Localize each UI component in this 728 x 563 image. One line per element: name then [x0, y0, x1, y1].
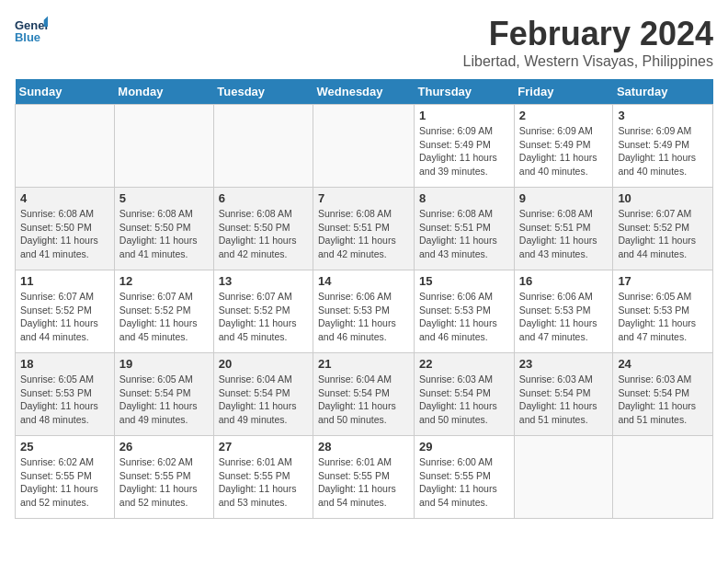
day-number: 15: [419, 274, 509, 288]
day-info: Sunrise: 6:07 AMSunset: 5:52 PMDaylight:…: [618, 207, 708, 261]
day-info: Sunrise: 6:06 AMSunset: 5:53 PMDaylight:…: [519, 290, 609, 344]
day-info: Sunrise: 6:03 AMSunset: 5:54 PMDaylight:…: [618, 373, 708, 427]
calendar-table: SundayMondayTuesdayWednesdayThursdayFrid…: [15, 79, 713, 519]
day-number: 16: [519, 274, 609, 288]
calendar-cell: 10Sunrise: 6:07 AMSunset: 5:52 PMDayligh…: [613, 188, 713, 270]
day-info: Sunrise: 6:09 AMSunset: 5:49 PMDaylight:…: [419, 124, 509, 178]
calendar-cell: 6Sunrise: 6:08 AMSunset: 5:50 PMDaylight…: [213, 188, 313, 270]
day-info: Sunrise: 6:06 AMSunset: 5:53 PMDaylight:…: [318, 290, 409, 344]
day-info: Sunrise: 6:01 AMSunset: 5:55 PMDaylight:…: [318, 455, 409, 510]
calendar-week-row: 4Sunrise: 6:08 AMSunset: 5:50 PMDaylight…: [16, 188, 713, 270]
calendar-cell: [514, 436, 613, 519]
calendar-header-row: SundayMondayTuesdayWednesdayThursdayFrid…: [16, 79, 713, 105]
header-wednesday: Wednesday: [313, 79, 415, 105]
calendar-week-row: 25Sunrise: 6:02 AMSunset: 5:55 PMDayligh…: [16, 436, 713, 519]
month-title: February 2024: [463, 15, 713, 53]
day-info: Sunrise: 6:01 AMSunset: 5:55 PMDaylight:…: [219, 455, 308, 510]
calendar-cell: 2Sunrise: 6:09 AMSunset: 5:49 PMDaylight…: [514, 105, 613, 188]
calendar-week-row: 11Sunrise: 6:07 AMSunset: 5:52 PMDayligh…: [16, 270, 713, 353]
calendar-cell: 28Sunrise: 6:01 AMSunset: 5:55 PMDayligh…: [313, 436, 415, 519]
header-friday: Friday: [514, 79, 613, 105]
day-info: Sunrise: 6:09 AMSunset: 5:49 PMDaylight:…: [618, 124, 708, 178]
day-number: 20: [219, 357, 308, 371]
day-info: Sunrise: 6:06 AMSunset: 5:53 PMDaylight:…: [419, 290, 509, 344]
day-number: 14: [318, 274, 409, 288]
calendar-cell: [114, 105, 213, 188]
day-info: Sunrise: 6:08 AMSunset: 5:51 PMDaylight:…: [419, 207, 509, 261]
calendar-cell: 7Sunrise: 6:08 AMSunset: 5:51 PMDaylight…: [313, 188, 415, 270]
calendar-cell: 13Sunrise: 6:07 AMSunset: 5:52 PMDayligh…: [213, 270, 313, 353]
day-number: 28: [318, 440, 409, 454]
calendar-cell: 11Sunrise: 6:07 AMSunset: 5:52 PMDayligh…: [16, 270, 115, 353]
calendar-cell: 15Sunrise: 6:06 AMSunset: 5:53 PMDayligh…: [415, 270, 515, 353]
day-number: 18: [20, 357, 109, 371]
header-monday: Monday: [114, 79, 213, 105]
day-number: 17: [618, 274, 708, 288]
day-info: Sunrise: 6:08 AMSunset: 5:51 PMDaylight:…: [519, 207, 609, 261]
svg-text:Blue: Blue: [15, 30, 40, 44]
day-number: 5: [119, 191, 209, 205]
calendar-cell: 22Sunrise: 6:03 AMSunset: 5:54 PMDayligh…: [415, 353, 515, 436]
calendar-cell: 3Sunrise: 6:09 AMSunset: 5:49 PMDaylight…: [613, 105, 713, 188]
calendar-cell: [313, 105, 415, 188]
calendar-cell: 20Sunrise: 6:04 AMSunset: 5:54 PMDayligh…: [213, 353, 313, 436]
page-header: General Blue February 2024 Libertad, Wes…: [15, 15, 713, 70]
calendar-cell: 25Sunrise: 6:02 AMSunset: 5:55 PMDayligh…: [16, 436, 115, 519]
day-info: Sunrise: 6:05 AMSunset: 5:53 PMDaylight:…: [20, 373, 109, 427]
day-number: 21: [318, 357, 409, 371]
calendar-cell: 8Sunrise: 6:08 AMSunset: 5:51 PMDaylight…: [415, 188, 515, 270]
day-number: 6: [219, 191, 308, 205]
calendar-cell: 19Sunrise: 6:05 AMSunset: 5:54 PMDayligh…: [114, 353, 213, 436]
calendar-cell: 4Sunrise: 6:08 AMSunset: 5:50 PMDaylight…: [16, 188, 115, 270]
day-number: 3: [618, 109, 708, 122]
calendar-week-row: 1Sunrise: 6:09 AMSunset: 5:49 PMDaylight…: [16, 105, 713, 188]
day-info: Sunrise: 6:03 AMSunset: 5:54 PMDaylight:…: [419, 373, 509, 427]
day-number: 12: [119, 274, 209, 288]
day-info: Sunrise: 6:00 AMSunset: 5:55 PMDaylight:…: [419, 455, 509, 510]
day-number: 29: [419, 440, 509, 454]
calendar-cell: 5Sunrise: 6:08 AMSunset: 5:50 PMDaylight…: [114, 188, 213, 270]
header-thursday: Thursday: [415, 79, 515, 105]
calendar-week-row: 18Sunrise: 6:05 AMSunset: 5:53 PMDayligh…: [16, 353, 713, 436]
day-number: 4: [20, 191, 109, 205]
day-info: Sunrise: 6:02 AMSunset: 5:55 PMDaylight:…: [20, 455, 109, 510]
location-subtitle: Libertad, Western Visayas, Philippines: [463, 53, 713, 70]
day-info: Sunrise: 6:05 AMSunset: 5:53 PMDaylight:…: [618, 290, 708, 344]
day-info: Sunrise: 6:08 AMSunset: 5:50 PMDaylight:…: [119, 207, 209, 261]
calendar-cell: 18Sunrise: 6:05 AMSunset: 5:53 PMDayligh…: [16, 353, 115, 436]
day-number: 2: [519, 109, 609, 122]
calendar-cell: 24Sunrise: 6:03 AMSunset: 5:54 PMDayligh…: [613, 353, 713, 436]
day-info: Sunrise: 6:07 AMSunset: 5:52 PMDaylight:…: [219, 290, 308, 344]
calendar-cell: 26Sunrise: 6:02 AMSunset: 5:55 PMDayligh…: [114, 436, 213, 519]
logo: General Blue: [15, 15, 48, 48]
calendar-cell: 21Sunrise: 6:04 AMSunset: 5:54 PMDayligh…: [313, 353, 415, 436]
day-number: 9: [519, 191, 609, 205]
day-info: Sunrise: 6:04 AMSunset: 5:54 PMDaylight:…: [219, 373, 308, 427]
day-number: 7: [318, 191, 409, 205]
calendar-cell: [213, 105, 313, 188]
calendar-cell: 27Sunrise: 6:01 AMSunset: 5:55 PMDayligh…: [213, 436, 313, 519]
calendar-cell: 17Sunrise: 6:05 AMSunset: 5:53 PMDayligh…: [613, 270, 713, 353]
header-tuesday: Tuesday: [213, 79, 313, 105]
calendar-cell: 23Sunrise: 6:03 AMSunset: 5:54 PMDayligh…: [514, 353, 613, 436]
day-info: Sunrise: 6:07 AMSunset: 5:52 PMDaylight:…: [119, 290, 209, 344]
calendar-cell: 16Sunrise: 6:06 AMSunset: 5:53 PMDayligh…: [514, 270, 613, 353]
title-area: February 2024 Libertad, Western Visayas,…: [463, 15, 713, 70]
day-number: 23: [519, 357, 609, 371]
header-sunday: Sunday: [16, 79, 115, 105]
calendar-cell: 14Sunrise: 6:06 AMSunset: 5:53 PMDayligh…: [313, 270, 415, 353]
day-info: Sunrise: 6:08 AMSunset: 5:50 PMDaylight:…: [219, 207, 308, 261]
day-number: 13: [219, 274, 308, 288]
header-saturday: Saturday: [613, 79, 713, 105]
day-info: Sunrise: 6:04 AMSunset: 5:54 PMDaylight:…: [318, 373, 409, 427]
day-number: 27: [219, 440, 308, 454]
calendar-cell: 12Sunrise: 6:07 AMSunset: 5:52 PMDayligh…: [114, 270, 213, 353]
day-info: Sunrise: 6:08 AMSunset: 5:50 PMDaylight:…: [20, 207, 109, 261]
day-info: Sunrise: 6:07 AMSunset: 5:52 PMDaylight:…: [20, 290, 109, 344]
day-number: 22: [419, 357, 509, 371]
day-info: Sunrise: 6:03 AMSunset: 5:54 PMDaylight:…: [519, 373, 609, 427]
day-info: Sunrise: 6:02 AMSunset: 5:55 PMDaylight:…: [119, 455, 209, 510]
calendar-cell: 1Sunrise: 6:09 AMSunset: 5:49 PMDaylight…: [415, 105, 515, 188]
day-number: 26: [119, 440, 209, 454]
day-number: 1: [419, 109, 509, 122]
